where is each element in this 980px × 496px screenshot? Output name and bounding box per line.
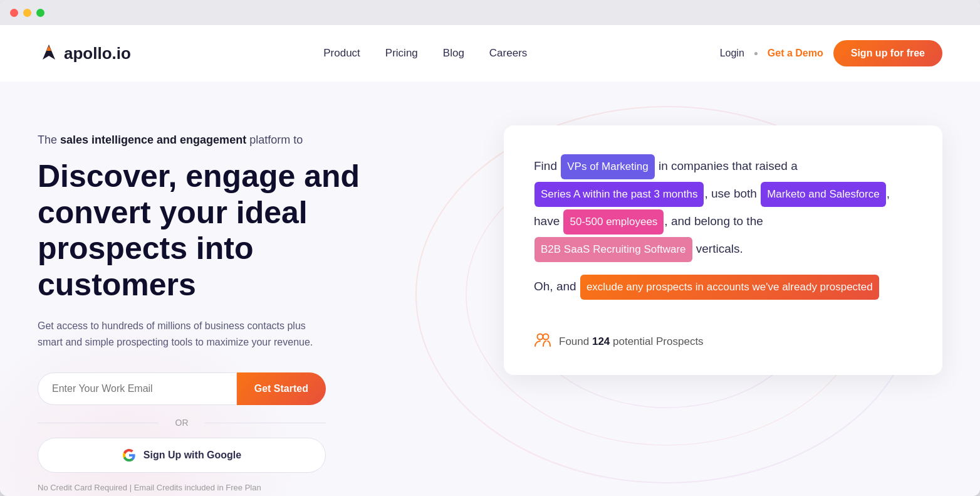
email-input[interactable]: [38, 372, 237, 405]
browser-chrome: [0, 0, 980, 25]
nav-separator-dot: [754, 52, 758, 55]
found-count: 124: [592, 335, 610, 347]
tag-series-a: Series A within the past 3 months: [534, 182, 704, 207]
hero-right: Find VPs of Marketing in companies that …: [382, 119, 942, 375]
tag-marketo-salesforce: Marketo and Salesforce: [761, 182, 886, 207]
navbar: apollo.io Product Pricing Blog Careers L…: [0, 25, 980, 82]
subtitle-end: platform to: [246, 134, 303, 146]
maximize-dot[interactable]: [36, 9, 44, 17]
minimize-dot[interactable]: [23, 9, 31, 17]
card-text-1: Find: [534, 159, 560, 172]
subtitle-bold: sales intelligence and engagement: [60, 134, 246, 146]
card-text-3: , use both: [704, 187, 760, 200]
card-text-6: verticals.: [693, 242, 743, 255]
prospect-card: Find VPs of Marketing in companies that …: [504, 125, 942, 375]
tag-b2b-saas: B2B SaaS Recruiting Software: [534, 237, 692, 262]
logo-text: apollo.io: [64, 44, 131, 63]
nav-links: Product Pricing Blog Careers: [323, 47, 527, 60]
tag-vps-marketing: VPs of Marketing: [561, 154, 654, 179]
nav-careers[interactable]: Careers: [489, 47, 527, 59]
close-dot[interactable]: [10, 9, 18, 17]
found-label: Found: [559, 335, 592, 347]
logo[interactable]: apollo.io: [38, 42, 131, 65]
card-text-2: in companies that raised a: [655, 159, 798, 172]
get-demo-link[interactable]: Get a Demo: [768, 48, 823, 59]
get-started-button[interactable]: Get Started: [237, 372, 326, 405]
subtitle-plain: The: [38, 134, 60, 146]
email-form: Get Started: [38, 372, 326, 405]
card-text-7: Oh, and: [534, 280, 580, 293]
hero-section: The sales intelligence and engagement pl…: [0, 82, 980, 496]
found-suffix: potential Prospects: [610, 335, 703, 347]
hero-subtitle: The sales intelligence and engagement pl…: [38, 132, 382, 149]
logo-icon: [38, 42, 60, 65]
prospects-icon: [534, 331, 551, 352]
hero-description: Get access to hundreds of millions of bu…: [38, 318, 326, 350]
login-link[interactable]: Login: [720, 48, 744, 59]
hero-title: Discover, engage and convert your ideal …: [38, 159, 382, 303]
tag-exclude-prospects: exclude any prospects in accounts we've …: [580, 275, 879, 300]
google-icon: [122, 448, 136, 462]
prospects-found-text: Found 124 potential Prospects: [559, 335, 704, 348]
nav-pricing[interactable]: Pricing: [385, 47, 418, 59]
signup-nav-button[interactable]: Sign up for free: [833, 40, 942, 66]
nav-blog[interactable]: Blog: [443, 47, 464, 59]
google-signup-label: Sign Up with Google: [143, 450, 241, 461]
or-divider: OR: [38, 418, 326, 428]
google-signup-button[interactable]: Sign Up with Google: [38, 438, 326, 473]
fine-print: No Credit Card Required | Email Credits …: [38, 483, 382, 492]
nav-product[interactable]: Product: [323, 47, 360, 59]
tag-employees: 50-500 employees: [563, 209, 664, 235]
svg-point-5: [543, 334, 549, 340]
card-text: Find VPs of Marketing in companies that …: [534, 153, 912, 263]
page-content: apollo.io Product Pricing Blog Careers L…: [0, 25, 980, 496]
hero-left: The sales intelligence and engagement pl…: [38, 119, 382, 492]
card-footer: Found 124 potential Prospects: [534, 320, 912, 352]
nav-right: Login Get a Demo Sign up for free: [720, 40, 942, 66]
card-text-exclude: Oh, and exclude any prospects in account…: [534, 273, 912, 301]
card-text-5: , and belong to the: [664, 214, 763, 228]
svg-point-4: [538, 334, 543, 340]
